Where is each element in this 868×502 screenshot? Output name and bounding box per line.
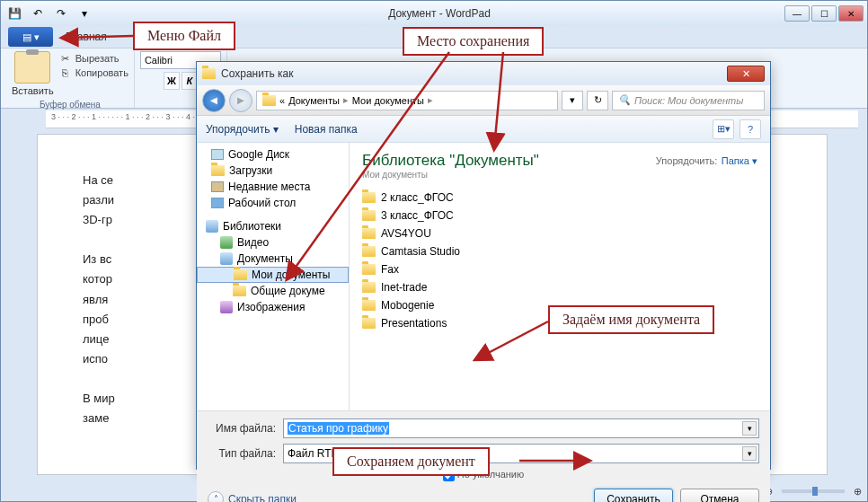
folder-icon — [362, 210, 376, 221]
nav-bar: ◄ ► « Документы ▸ Мои документы ▸ ▾ ↻ 🔍 … — [197, 85, 770, 116]
paste-button[interactable]: Вставить — [12, 85, 54, 96]
tree-item[interactable]: Видео — [197, 234, 349, 251]
tree-item[interactable]: Google Диск — [197, 146, 349, 163]
folder-icon — [211, 181, 224, 192]
tree-libraries[interactable]: Библиотеки — [197, 218, 349, 234]
dialog-close-button[interactable]: ✕ — [727, 66, 765, 82]
folder-tree[interactable]: Google Диск Загрузки Недавние места Рабо… — [197, 143, 350, 410]
tree-item[interactable]: Загрузки — [197, 163, 349, 179]
refresh-button[interactable]: ↻ — [587, 91, 608, 110]
library-icon — [206, 220, 218, 233]
qat-save-icon[interactable]: 💾 — [4, 4, 24, 23]
location-subtitle: Мои документы — [362, 170, 539, 180]
tree-item-selected[interactable]: Мои документы — [197, 267, 349, 283]
copy-button[interactable]: ⎘Копировать — [59, 66, 128, 80]
zoom-in-button[interactable]: ⊕ — [854, 486, 862, 498]
quick-access-toolbar: 💾 ↶ ↷ ▾ — [4, 4, 94, 23]
callout-menu: Меню Файл — [133, 22, 235, 50]
clipboard-caption: Буфер обмена — [40, 100, 101, 110]
list-item[interactable]: Fax — [360, 260, 759, 278]
sort-button[interactable]: Папка ▾ — [722, 155, 757, 166]
chevron-right-icon: ▸ — [343, 94, 349, 106]
nav-forward-button[interactable]: ► — [229, 89, 252, 112]
qat-undo-icon[interactable]: ↶ — [28, 4, 48, 23]
list-item[interactable]: 2 класс_ФГОС — [360, 189, 759, 207]
folder-icon — [362, 246, 376, 257]
desktop-icon — [211, 198, 224, 208]
folder-icon — [362, 300, 376, 311]
file-menu-button[interactable]: ▤ ▾ — [8, 27, 53, 47]
organize-button[interactable]: Упорядочить ▾ — [206, 123, 279, 136]
refresh-dropdown[interactable]: ▾ — [562, 91, 583, 110]
callout-saveplace: Место сохранения — [403, 27, 544, 56]
file-list[interactable]: Библиотека "Документы" Мои документы Упо… — [350, 143, 770, 410]
qat-redo-icon[interactable]: ↷ — [51, 4, 71, 23]
clipboard-group: Вставить ✂Вырезать ⎘Копировать Буфер обм… — [6, 51, 135, 108]
chevron-down-icon[interactable]: ▾ — [742, 446, 757, 461]
nav-back-button[interactable]: ◄ — [202, 89, 226, 112]
folder-icon — [234, 269, 247, 280]
chevron-down-icon[interactable]: ▾ — [742, 421, 757, 436]
tree-item[interactable]: Документы — [197, 251, 349, 267]
folder-icon — [211, 149, 224, 160]
tree-item[interactable]: Общие докуме — [197, 283, 349, 299]
save-as-dialog: Сохранить как ✕ ◄ ► « Документы ▸ Мои до… — [196, 61, 771, 470]
list-header: Библиотека "Документы" Мои документы Упо… — [360, 148, 759, 189]
dialog-titlebar: Сохранить как ✕ — [197, 62, 770, 85]
dialog-title: Сохранить как — [221, 67, 293, 80]
window-title: Документ - WordPad — [94, 7, 784, 20]
paste-icon — [14, 51, 50, 84]
file-menu-icon: ▤ — [22, 31, 31, 43]
list-item[interactable]: Camtasia Studio — [360, 242, 759, 260]
zoom-slider[interactable] — [782, 489, 845, 493]
folder-icon — [362, 282, 376, 293]
save-button[interactable]: Сохранить — [594, 489, 673, 502]
filename-label: Имя файла: — [208, 422, 276, 435]
titlebar: 💾 ↶ ↷ ▾ Документ - WordPad — ☐ ✕ — [1, 1, 867, 26]
list-item[interactable]: 3 класс_ФГОС — [360, 207, 759, 225]
folder-icon — [362, 192, 376, 203]
filename-input[interactable]: Статья про графику ▾ — [283, 418, 759, 438]
dialog-toolbar: Упорядочить ▾ Новая папка ⊞▾ ? — [197, 116, 770, 143]
list-item[interactable]: AVS4YOU — [360, 225, 759, 242]
tree-item[interactable]: Рабочий стол — [197, 195, 349, 211]
filetype-label: Тип файла: — [208, 447, 276, 460]
maximize-button[interactable]: ☐ — [811, 5, 837, 22]
tree-item[interactable]: Недавние места — [197, 179, 349, 195]
cancel-button[interactable]: Отмена — [680, 489, 759, 502]
location-title: Библиотека "Документы" — [362, 152, 539, 170]
folder-icon — [362, 228, 376, 239]
chevron-right-icon: ▸ — [428, 94, 433, 106]
folder-icon — [362, 264, 376, 275]
scissors-icon: ✂ — [59, 52, 72, 65]
callout-savebtn: Сохраняем документ — [332, 447, 490, 476]
folder-icon — [211, 165, 225, 176]
dialog-body: Google Диск Загрузки Недавние места Рабо… — [197, 143, 770, 410]
cut-button[interactable]: ✂Вырезать — [59, 51, 128, 66]
breadcrumb[interactable]: « Документы ▸ Мои документы ▸ — [256, 91, 558, 110]
list-item[interactable]: Inet-trade — [360, 278, 759, 296]
qat-more-icon[interactable]: ▾ — [75, 4, 94, 23]
chevron-down-icon: ▾ — [34, 31, 40, 43]
dialog-icon — [202, 68, 216, 79]
search-icon: 🔍 — [618, 94, 631, 106]
copy-icon: ⎘ — [59, 66, 72, 79]
documents-icon — [220, 252, 233, 265]
chevron-up-icon: ˄ — [208, 491, 224, 502]
video-icon — [220, 236, 233, 249]
hide-folders-button[interactable]: ˄ Скрыть папки — [208, 491, 297, 502]
images-icon — [220, 301, 233, 313]
search-input[interactable]: 🔍 Поиск: Мои документы — [612, 91, 765, 110]
folder-icon — [262, 95, 276, 106]
folder-icon — [362, 318, 376, 329]
tab-home[interactable]: Главная — [53, 27, 120, 47]
new-folder-button[interactable]: Новая папка — [295, 123, 358, 136]
close-button[interactable]: ✕ — [838, 5, 864, 22]
callout-name: Задаём имя документа — [548, 305, 714, 334]
bold-button[interactable]: Ж — [164, 72, 180, 90]
view-button[interactable]: ⊞▾ — [713, 119, 734, 139]
folder-icon — [233, 286, 246, 296]
tree-item[interactable]: Изображения — [197, 299, 349, 315]
help-button[interactable]: ? — [740, 119, 761, 139]
minimize-button[interactable]: — — [784, 5, 810, 22]
